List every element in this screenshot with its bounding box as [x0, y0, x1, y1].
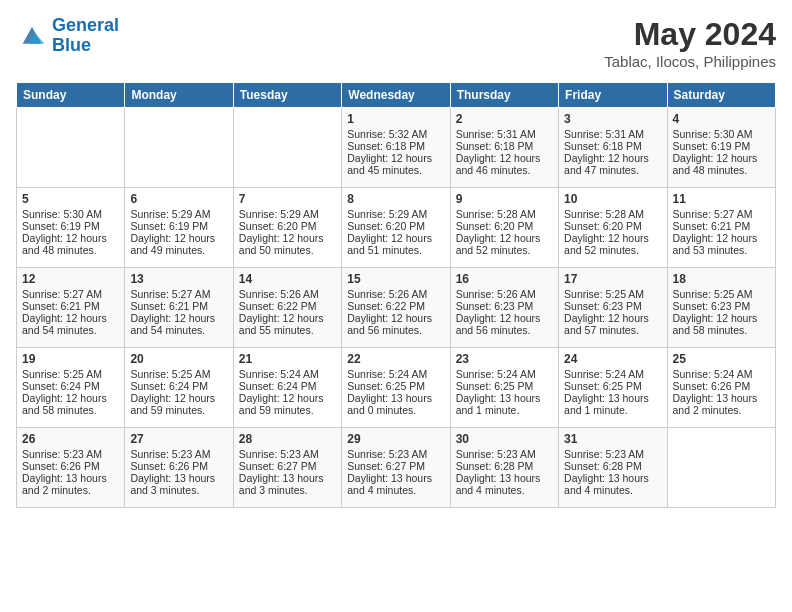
day-number: 28 [239, 432, 336, 446]
day-info: Sunrise: 5:27 AM [673, 208, 770, 220]
day-number: 3 [564, 112, 661, 126]
day-info: Sunrise: 5:24 AM [239, 368, 336, 380]
day-number: 23 [456, 352, 553, 366]
calendar-table: SundayMondayTuesdayWednesdayThursdayFrid… [16, 82, 776, 508]
calendar-cell: 13Sunrise: 5:27 AMSunset: 6:21 PMDayligh… [125, 268, 233, 348]
day-info: Daylight: 12 hours and 52 minutes. [456, 232, 553, 256]
month-title: May 2024 [604, 16, 776, 53]
calendar-cell: 10Sunrise: 5:28 AMSunset: 6:20 PMDayligh… [559, 188, 667, 268]
day-info: Sunrise: 5:25 AM [22, 368, 119, 380]
day-info: Sunrise: 5:26 AM [347, 288, 444, 300]
day-info: Sunset: 6:19 PM [673, 140, 770, 152]
day-info: Daylight: 12 hours and 49 minutes. [130, 232, 227, 256]
day-number: 2 [456, 112, 553, 126]
calendar-cell: 26Sunrise: 5:23 AMSunset: 6:26 PMDayligh… [17, 428, 125, 508]
calendar-cell: 20Sunrise: 5:25 AMSunset: 6:24 PMDayligh… [125, 348, 233, 428]
day-info: Daylight: 12 hours and 56 minutes. [347, 312, 444, 336]
calendar-week-row: 19Sunrise: 5:25 AMSunset: 6:24 PMDayligh… [17, 348, 776, 428]
col-header-friday: Friday [559, 83, 667, 108]
day-info: Sunset: 6:24 PM [130, 380, 227, 392]
day-info: Sunset: 6:25 PM [564, 380, 661, 392]
calendar-cell: 8Sunrise: 5:29 AMSunset: 6:20 PMDaylight… [342, 188, 450, 268]
day-number: 1 [347, 112, 444, 126]
day-info: Daylight: 12 hours and 48 minutes. [673, 152, 770, 176]
calendar-cell [125, 108, 233, 188]
day-info: Sunrise: 5:24 AM [673, 368, 770, 380]
day-info: Sunrise: 5:30 AM [673, 128, 770, 140]
calendar-cell: 7Sunrise: 5:29 AMSunset: 6:20 PMDaylight… [233, 188, 341, 268]
day-info: Daylight: 12 hours and 48 minutes. [22, 232, 119, 256]
day-number: 16 [456, 272, 553, 286]
day-info: Sunset: 6:27 PM [347, 460, 444, 472]
day-info: Sunset: 6:21 PM [130, 300, 227, 312]
day-info: Daylight: 12 hours and 59 minutes. [130, 392, 227, 416]
day-info: Sunset: 6:18 PM [564, 140, 661, 152]
title-block: May 2024 Tablac, Ilocos, Philippines [604, 16, 776, 70]
day-info: Sunset: 6:22 PM [239, 300, 336, 312]
day-info: Daylight: 12 hours and 53 minutes. [673, 232, 770, 256]
calendar-cell: 19Sunrise: 5:25 AMSunset: 6:24 PMDayligh… [17, 348, 125, 428]
day-info: Sunrise: 5:23 AM [22, 448, 119, 460]
calendar-cell: 16Sunrise: 5:26 AMSunset: 6:23 PMDayligh… [450, 268, 558, 348]
day-number: 19 [22, 352, 119, 366]
page-header: General Blue May 2024 Tablac, Ilocos, Ph… [16, 16, 776, 70]
day-info: Sunrise: 5:24 AM [456, 368, 553, 380]
day-info: Sunset: 6:21 PM [673, 220, 770, 232]
day-info: Daylight: 12 hours and 59 minutes. [239, 392, 336, 416]
logo: General Blue [16, 16, 119, 56]
day-number: 31 [564, 432, 661, 446]
day-number: 7 [239, 192, 336, 206]
location-title: Tablac, Ilocos, Philippines [604, 53, 776, 70]
day-info: Sunset: 6:28 PM [456, 460, 553, 472]
day-info: Sunrise: 5:32 AM [347, 128, 444, 140]
logo-text: General Blue [52, 16, 119, 56]
calendar-header-row: SundayMondayTuesdayWednesdayThursdayFrid… [17, 83, 776, 108]
day-info: Daylight: 13 hours and 4 minutes. [347, 472, 444, 496]
day-info: Sunset: 6:24 PM [22, 380, 119, 392]
day-number: 13 [130, 272, 227, 286]
day-info: Sunrise: 5:26 AM [239, 288, 336, 300]
day-info: Sunrise: 5:25 AM [564, 288, 661, 300]
day-info: Daylight: 12 hours and 55 minutes. [239, 312, 336, 336]
day-info: Sunset: 6:26 PM [22, 460, 119, 472]
day-info: Sunrise: 5:24 AM [564, 368, 661, 380]
day-info: Sunset: 6:27 PM [239, 460, 336, 472]
day-info: Daylight: 12 hours and 50 minutes. [239, 232, 336, 256]
calendar-cell: 11Sunrise: 5:27 AMSunset: 6:21 PMDayligh… [667, 188, 775, 268]
col-header-thursday: Thursday [450, 83, 558, 108]
calendar-cell: 25Sunrise: 5:24 AMSunset: 6:26 PMDayligh… [667, 348, 775, 428]
day-info: Sunset: 6:18 PM [456, 140, 553, 152]
day-info: Daylight: 12 hours and 57 minutes. [564, 312, 661, 336]
day-info: Daylight: 13 hours and 1 minute. [456, 392, 553, 416]
calendar-cell: 17Sunrise: 5:25 AMSunset: 6:23 PMDayligh… [559, 268, 667, 348]
calendar-cell: 12Sunrise: 5:27 AMSunset: 6:21 PMDayligh… [17, 268, 125, 348]
day-info: Daylight: 13 hours and 4 minutes. [456, 472, 553, 496]
day-info: Sunset: 6:23 PM [456, 300, 553, 312]
day-number: 5 [22, 192, 119, 206]
day-number: 30 [456, 432, 553, 446]
day-info: Sunset: 6:23 PM [673, 300, 770, 312]
day-info: Sunrise: 5:29 AM [347, 208, 444, 220]
day-info: Daylight: 13 hours and 2 minutes. [22, 472, 119, 496]
calendar-cell: 27Sunrise: 5:23 AMSunset: 6:26 PMDayligh… [125, 428, 233, 508]
calendar-cell: 6Sunrise: 5:29 AMSunset: 6:19 PMDaylight… [125, 188, 233, 268]
day-info: Sunrise: 5:28 AM [564, 208, 661, 220]
calendar-cell: 21Sunrise: 5:24 AMSunset: 6:24 PMDayligh… [233, 348, 341, 428]
calendar-cell: 15Sunrise: 5:26 AMSunset: 6:22 PMDayligh… [342, 268, 450, 348]
col-header-sunday: Sunday [17, 83, 125, 108]
day-info: Daylight: 13 hours and 3 minutes. [239, 472, 336, 496]
calendar-cell [233, 108, 341, 188]
day-info: Sunset: 6:19 PM [22, 220, 119, 232]
col-header-tuesday: Tuesday [233, 83, 341, 108]
day-info: Sunset: 6:18 PM [347, 140, 444, 152]
day-number: 8 [347, 192, 444, 206]
day-info: Daylight: 12 hours and 56 minutes. [456, 312, 553, 336]
day-info: Sunrise: 5:23 AM [130, 448, 227, 460]
day-info: Sunset: 6:26 PM [673, 380, 770, 392]
day-info: Sunrise: 5:25 AM [673, 288, 770, 300]
calendar-cell: 23Sunrise: 5:24 AMSunset: 6:25 PMDayligh… [450, 348, 558, 428]
day-number: 29 [347, 432, 444, 446]
day-info: Sunrise: 5:29 AM [239, 208, 336, 220]
calendar-cell: 18Sunrise: 5:25 AMSunset: 6:23 PMDayligh… [667, 268, 775, 348]
calendar-cell [17, 108, 125, 188]
